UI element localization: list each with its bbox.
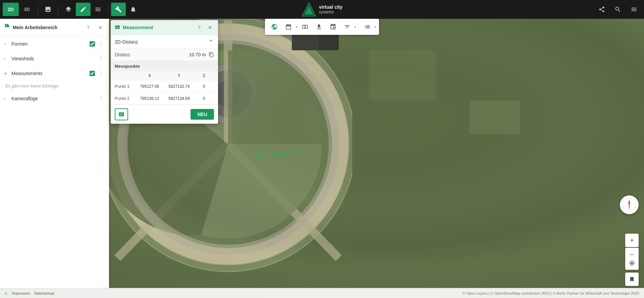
col-x-header: X	[135, 73, 164, 78]
settings-button[interactable]	[91, 3, 105, 16]
analysis-chevron: ▾	[296, 25, 298, 29]
measurement-panel-header-actions: ? ✕	[195, 23, 214, 32]
measurements-checkbox[interactable]	[90, 71, 95, 76]
impressum-link[interactable]: Impressum	[12, 291, 30, 295]
split-view-button[interactable]	[298, 21, 312, 33]
image-icon	[45, 6, 51, 13]
legend-button[interactable]	[361, 21, 374, 33]
measurement-close-button[interactable]: ✕	[206, 23, 214, 32]
measure-tool-button[interactable]	[115, 108, 128, 120]
svg-rect-15	[369, 50, 436, 101]
distanz-label: Distanz	[115, 52, 189, 57]
viewsheds-menu-button[interactable]: ⋮	[97, 55, 105, 62]
search-icon	[614, 6, 621, 13]
punkt1-y: 5827132.74	[164, 84, 194, 89]
formen-label: Formen	[11, 41, 88, 47]
analysis-icon	[285, 23, 292, 30]
measure-icon	[118, 111, 124, 117]
col-y-header: Y	[164, 73, 194, 78]
measurements-empty-text: Es gibt noch keine Einträge.	[0, 81, 109, 91]
measurements-menu-button[interactable]: ⋮	[97, 69, 105, 77]
punkt2-x: 795138.12	[135, 96, 164, 101]
sidebar-close-button[interactable]: ✕	[96, 23, 105, 32]
sec-separator	[358, 23, 359, 31]
hamburger-icon	[631, 6, 637, 13]
alert-button[interactable]	[126, 3, 141, 16]
settings-icon	[95, 6, 101, 13]
svg-rect-9	[319, 34, 339, 50]
share-button[interactable]	[594, 3, 609, 16]
sidebar-help-button[interactable]: ?	[84, 23, 93, 32]
formen-checkbox[interactable]	[90, 41, 95, 47]
distanz-value: 10.70 m	[189, 52, 206, 57]
zoom-in-button[interactable]: +	[625, 234, 639, 247]
download-button[interactable]	[312, 21, 326, 33]
workspace-sidebar: Mein Arbeitsbereich ? ✕ › Formen ⋮ › Vie…	[0, 19, 109, 288]
compass: N	[620, 195, 639, 214]
2d-view-button[interactable]: 2D	[3, 3, 19, 16]
legend-button-group: ▾	[361, 21, 376, 33]
topbar-separator-1	[38, 4, 38, 14]
analysis-button-group: ▾	[282, 21, 298, 33]
map-right-controls	[625, 256, 639, 286]
sidebar-item-measurements[interactable]: ∨ Measurements ⋮	[0, 66, 109, 81]
location-button[interactable]	[625, 256, 639, 270]
sidebar-title: Mein Arbeitsbereich	[4, 24, 81, 31]
draw-button[interactable]	[76, 3, 91, 16]
tools-icon	[115, 6, 122, 13]
search-button[interactable]	[610, 3, 625, 16]
draw-icon	[80, 6, 87, 13]
logo-text: virtual city systems	[319, 4, 342, 14]
copy-distanz-button[interactable]	[209, 52, 214, 57]
compass-svg: N	[623, 198, 636, 212]
measurement-mode-row: 2D-Distanz	[111, 35, 218, 49]
logo-icon	[302, 2, 316, 17]
measurement-distanz-row: Distanz 10.70 m	[111, 49, 218, 61]
image-button[interactable]	[41, 3, 55, 16]
app-logo: virtual city systems	[302, 2, 342, 17]
download-icon	[316, 23, 322, 30]
kamerafluge-menu-button[interactable]: ⋮	[97, 95, 105, 102]
menu-button[interactable]	[627, 3, 641, 16]
measurement-panel: Measurement ? ✕ 2D-Distanz Distanz 10.70…	[111, 20, 218, 124]
punkt1-x: 795127.56	[135, 84, 164, 89]
col-label-empty	[115, 73, 135, 78]
viewsheds-chevron: ›	[4, 56, 9, 61]
alert-icon	[130, 6, 137, 13]
formen-menu-button[interactable]: ⋮	[97, 40, 105, 48]
measurement-mode-label: 2D-Distanz	[115, 39, 209, 45]
sidebar-title-text: Mein Arbeitsbereich	[13, 25, 57, 30]
measurements-chevron: ∨	[4, 71, 9, 76]
layers-button[interactable]	[61, 3, 76, 16]
punkt2-z: 0	[194, 96, 214, 101]
measurement-mode-icon[interactable]	[209, 39, 214, 45]
neu-button[interactable]: NEU	[191, 109, 214, 120]
analysis-button[interactable]	[282, 21, 295, 33]
punkt2-y: 5827134.69	[164, 96, 194, 101]
punkt1-z: 0	[194, 84, 214, 89]
3d-view-button[interactable]: 3D	[19, 3, 35, 16]
bookmark-button[interactable]	[625, 273, 639, 286]
legend-chevron: ▾	[375, 25, 376, 29]
globe-icon	[271, 23, 278, 30]
secondary-toolbar: ▾ ▾ ▾	[265, 19, 379, 35]
datenschutz-link[interactable]: Datenschutz	[34, 291, 54, 295]
measurements-actions: ⋮	[90, 69, 105, 77]
measurement-header-icon	[115, 24, 120, 31]
sidebar-item-formen[interactable]: › Formen ⋮	[0, 37, 109, 51]
viewsheds-label: Viewsheds	[11, 56, 95, 61]
filter-button-group: ▾	[340, 21, 356, 33]
network-button[interactable]	[326, 21, 340, 33]
measurement-help-button[interactable]: ?	[195, 23, 203, 32]
share-icon	[598, 6, 605, 13]
network-icon	[330, 23, 336, 30]
tools-button[interactable]	[111, 3, 126, 16]
sidebar-item-kamerafluge[interactable]: › Kameraflüge ⋮	[0, 91, 109, 106]
filter-button[interactable]	[340, 21, 354, 33]
footer-icon: ⚠	[4, 291, 8, 296]
sidebar-header: Mein Arbeitsbereich ? ✕	[0, 19, 109, 37]
kamerafluge-actions: ⋮	[97, 95, 105, 102]
globe-button[interactable]	[268, 21, 281, 33]
sidebar-item-viewsheds[interactable]: › Viewsheds ⋮	[0, 51, 109, 66]
workspace-icon	[4, 24, 10, 31]
